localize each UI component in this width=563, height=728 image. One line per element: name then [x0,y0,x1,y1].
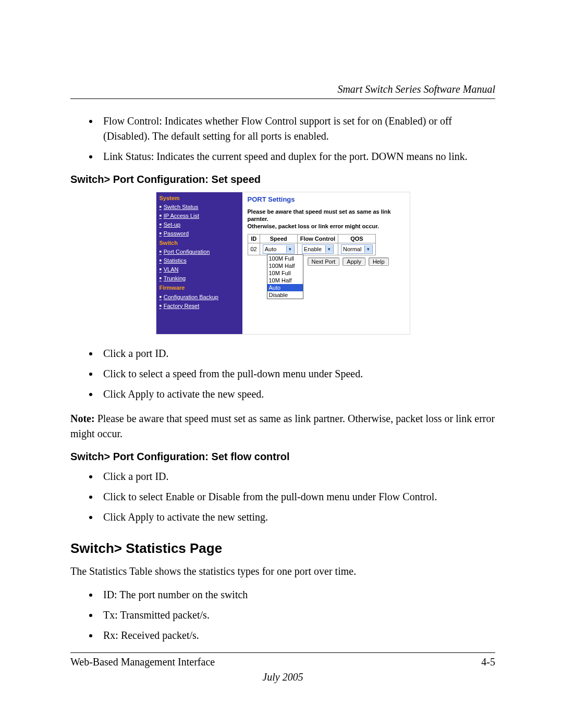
dropdown-option[interactable]: 100M Half [267,262,303,269]
dropdown-option[interactable]: 10M Half [267,277,303,284]
table-row: 02 Auto ▾ Enable ▾ [248,243,375,255]
chevron-down-icon[interactable]: ▾ [286,245,294,253]
screenshot-figure: System Switch Status IP Access List Set-… [70,192,495,335]
sidebar-item-ip-access-list[interactable]: IP Access List [160,212,239,220]
note-label: Note: [70,413,95,424]
sidebar-item-set-up[interactable]: Set-up [160,220,239,229]
sidebar-item-statistics[interactable]: Statistics [160,256,239,265]
cell-qos: Normal ▾ [338,243,375,255]
set-speed-steps: Click a port ID. Click to select a speed… [70,346,495,402]
list-item: Click a port ID. [99,346,495,361]
col-qos: QOS [338,235,375,243]
page-header-title: Smart Switch Series Software Manual [70,83,495,95]
list-item: Click a port ID. [99,469,495,484]
sidebar-item-config-backup[interactable]: Configuration Backup [160,293,239,302]
intro-bullets: Flow Control: Indicates whether Flow Con… [70,114,495,164]
qos-select[interactable]: Normal ▾ [341,244,373,254]
section-flow-control-title: Switch> Port Configuration: Set flow con… [70,451,495,463]
list-item: Link Status: Indicates the current speed… [99,149,495,164]
speed-select-value: Auto [263,246,286,252]
warning-line-1: Please be aware that speed must set as s… [248,208,391,222]
sidebar-item-port-configuration[interactable]: Port Configuration [160,248,239,256]
qos-select-value: Normal [341,246,364,252]
dropdown-option[interactable]: 100M Full [267,255,303,262]
button-row: Next Port Apply Help [308,257,389,266]
apply-button[interactable]: Apply [342,257,365,266]
statistics-bullets: ID: The port number on the switch Tx: Tr… [70,587,495,643]
sidebar-item-password[interactable]: Password [160,229,239,238]
chevron-down-icon[interactable]: ▾ [364,245,372,253]
flow-select-value: Enable [302,246,325,252]
warning-text: Please be aware that speed must set as s… [248,208,405,230]
sidebar-item-switch-status[interactable]: Switch Status [160,203,239,212]
screenshot: System Switch Status IP Access List Set-… [156,192,410,335]
statistics-intro: The Statistics Table shows the statistic… [70,564,495,579]
note-body: Please be aware that speed must set as s… [70,413,495,439]
list-item: Flow Control: Indicates whether Flow Con… [99,114,495,144]
footer-rule [70,652,495,653]
manual-page: Smart Switch Series Software Manual Flow… [0,0,563,725]
list-item: Click Apply to activate the new speed. [99,387,495,402]
list-item: Click to select Enable or Disable from t… [99,489,495,504]
speed-dropdown[interactable]: 100M Full 100M Half 10M Full 10M Half Au… [267,254,303,299]
sidebar-group-switch: Switch [160,239,239,248]
sidebar-group-firmware: Firmware [160,283,239,292]
footer-date: July 2005 [70,671,495,683]
cell-id[interactable]: 02 [248,243,260,255]
sidebar-item-trunking[interactable]: Trunking [160,274,239,283]
screenshot-sidebar: System Switch Status IP Access List Set-… [156,192,242,334]
help-button[interactable]: Help [369,257,389,266]
footer-left: Web-Based Management Interface [70,656,215,668]
screenshot-main: PORT Settings Please be aware that speed… [242,192,410,334]
speed-select[interactable]: Auto ▾ [263,244,295,254]
col-id: ID [248,235,260,243]
header-rule [70,98,495,99]
flow-select[interactable]: Enable ▾ [302,244,334,254]
chevron-down-icon[interactable]: ▾ [325,245,333,253]
warning-line-2: Otherwise, packet loss or link error mig… [248,223,379,229]
footer-row: Web-Based Management Interface 4-5 [70,656,495,668]
col-speed: Speed [260,235,297,243]
next-port-button[interactable]: Next Port [308,257,340,266]
cell-flow: Enable ▾ [297,243,338,255]
list-item: Tx: Transmitted packet/s. [99,608,495,623]
list-item: Rx: Received packet/s. [99,628,495,643]
sidebar-item-vlan[interactable]: VLAN [160,265,239,274]
dropdown-option[interactable]: Disable [267,291,303,299]
footer-right: 4-5 [481,656,495,668]
dropdown-option-selected[interactable]: Auto [267,284,303,291]
sidebar-group-system: System [160,194,239,203]
col-flow: Flow Control [297,235,338,243]
list-item: Click to select a speed from the pull-do… [99,366,495,381]
list-item: ID: The port number on the switch [99,587,495,602]
sidebar-item-factory-reset[interactable]: Factory Reset [160,302,239,311]
flow-control-steps: Click a port ID. Click to select Enable … [70,469,495,525]
port-table: ID Speed Flow Control QOS 02 Auto ▾ [248,234,376,255]
statistics-page-heading: Switch> Statistics Page [70,540,495,557]
section-set-speed-title: Switch> Port Configuration: Set speed [70,174,495,186]
dropdown-option[interactable]: 10M Full [267,269,303,277]
port-settings-title: PORT Settings [248,195,405,203]
note-paragraph: Note: Please be aware that speed must se… [70,411,495,441]
cell-speed: Auto ▾ [260,243,297,255]
list-item: Click Apply to activate the new setting. [99,510,495,525]
